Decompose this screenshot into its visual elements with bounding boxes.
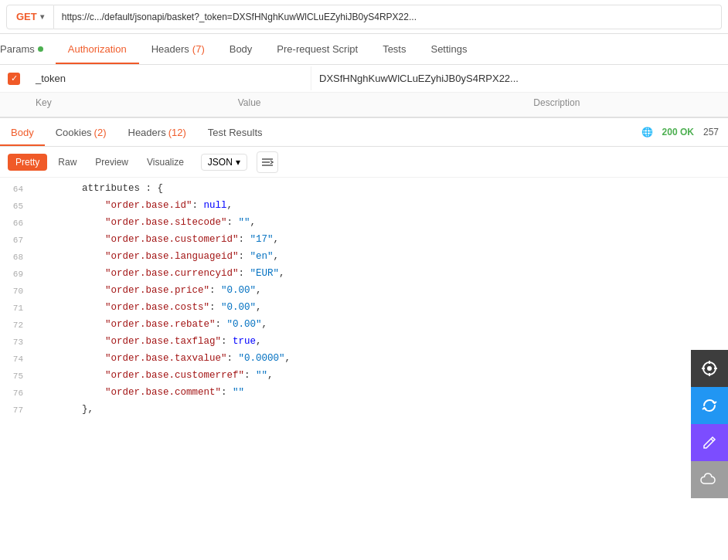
json-line-74: 74 "order.base.taxvalue": "0.0000", [0,351,728,368]
method-select[interactable]: GET ▾ [6,5,54,29]
response-tab-headers[interactable]: Headers (12) [117,118,197,146]
json-line-73: 73 "order.base.taxflag": true, [0,334,728,351]
cloud-fab-button[interactable] [691,461,728,498]
chevron-down-icon: ▾ [236,157,240,168]
json-type-select[interactable]: JSON ▾ [201,154,247,171]
response-tab-cookies[interactable]: Cookies (2) [45,118,117,146]
json-line-75: 75 "order.base.customerref": "", [0,368,728,385]
wrap-lines-button[interactable] [257,151,278,173]
request-tabs: Params Authorization Headers (7) Body Pr… [0,34,728,65]
tab-authorization[interactable]: Authorization [56,34,139,64]
format-row: Pretty Raw Preview Visualize JSON ▾ [0,147,728,178]
params-value-field: DXSfHNghKuwWlCLuEZyhiJB0yS4RPX22... [311,66,728,90]
json-line-66: 66 "order.base.sitecode": "", [0,215,728,232]
json-line-76: 76 "order.base.comment": "" [0,385,728,402]
json-line-64: 64 attributes : { [0,181,728,198]
params-dot [38,46,43,52]
url-bar: GET ▾ [0,0,728,34]
key-column-header: Key [28,93,230,117]
response-status: 🌐 200 OK 257 [641,127,728,137]
svg-point-4 [707,366,712,371]
preview-button[interactable]: Preview [87,154,136,171]
tab-tests[interactable]: Tests [370,34,418,64]
checkbox-checked-icon: ✓ [8,73,20,85]
visualize-button[interactable]: Visualize [139,154,192,171]
globe-icon: 🌐 [641,127,653,137]
svg-line-9 [711,439,713,441]
json-line-68: 68 "order.base.languageid": "en", [0,249,728,266]
json-line-69: 69 "order.base.currencyid": "EUR", [0,266,728,283]
sync-fab-button[interactable] [691,387,728,424]
value-column-header: Value [230,93,526,117]
url-input[interactable] [54,5,722,29]
target-fab-button[interactable] [691,350,728,387]
edit-fab-button[interactable] [691,424,728,461]
json-line-71: 71 "order.base.costs": "0.00", [0,300,728,317]
json-line-70: 70 "order.base.price": "0.00", [0,283,728,300]
raw-button[interactable]: Raw [50,154,84,171]
json-line-67: 67 "order.base.customerid": "17", [0,232,728,249]
json-line-77: 77 }, [0,402,728,419]
params-checkbox[interactable]: ✓ [0,73,28,85]
json-line-65: 65 "order.base.id": null, [0,198,728,215]
tab-body[interactable]: Body [217,34,265,64]
params-row: ✓ _token DXSfHNghKuwWlCLuEZyhiJB0yS4RPX2… [0,65,728,93]
json-line-72: 72 "order.base.rebate": "0.00", [0,317,728,334]
tab-params[interactable]: Params [0,34,56,64]
response-tab-body[interactable]: Body [0,118,45,146]
status-code: 200 OK [662,127,694,137]
chevron-down-icon: ▾ [40,12,44,21]
response-tab-testresults[interactable]: Test Results [197,118,274,146]
tab-settings[interactable]: Settings [418,34,479,64]
response-size: 257 [703,127,719,137]
params-header: Key Value Description [0,93,728,117]
json-viewer: 64 attributes : { 65 "order.base.id": nu… [0,178,728,557]
tab-prerequest[interactable]: Pre-request Script [264,34,370,64]
params-key-field: _token [28,66,311,90]
description-column-header: Description [526,93,728,117]
tab-headers[interactable]: Headers (7) [139,34,217,64]
method-label: GET [16,11,37,22]
pretty-button[interactable]: Pretty [8,154,47,171]
fab-group [691,350,728,498]
response-tabs: Body Cookies (2) Headers (12) Test Resul… [0,117,728,147]
